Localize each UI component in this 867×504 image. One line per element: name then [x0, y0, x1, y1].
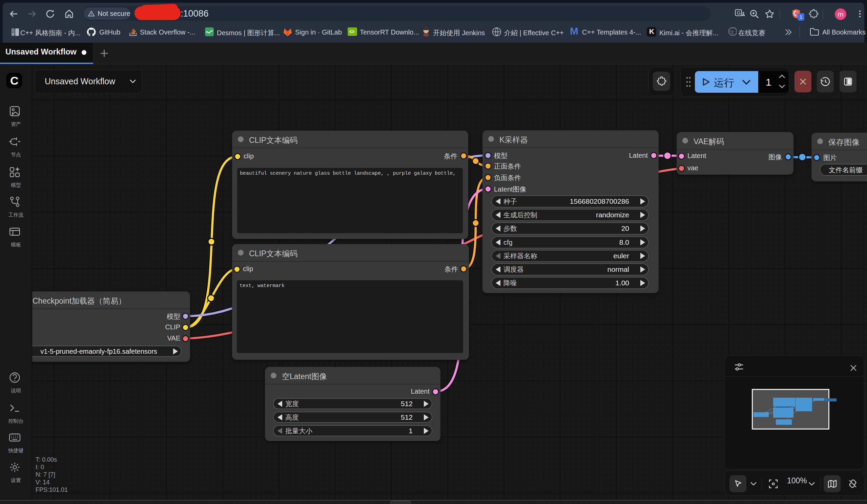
svg-text:G: G — [737, 10, 741, 15]
